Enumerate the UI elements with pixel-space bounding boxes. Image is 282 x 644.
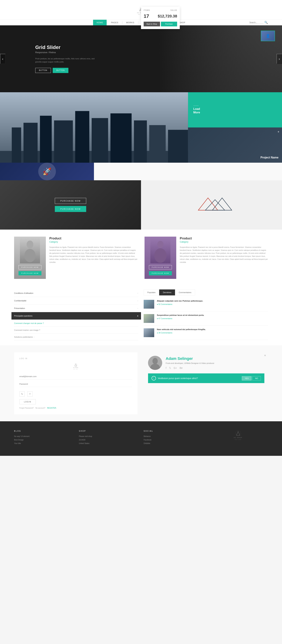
svg-text:EST. 2007: EST. 2007: [73, 369, 78, 370]
purchase-button[interactable]: Purchase: [161, 22, 177, 26]
avatar-svg: [148, 356, 162, 370]
profile-close-icon[interactable]: ✕: [264, 354, 266, 357]
product1-teal-btn[interactable]: PURCHASE NOW: [19, 271, 42, 275]
portfolio-city-item[interactable]: [0, 92, 188, 163]
tab-post-1: Suspendisse pulvinar lacus at mi element…: [144, 312, 268, 326]
google-profile-icon[interactable]: G+: [174, 366, 177, 369]
cart-dropdown: ITEMS VALUE 17 $12,720.38 Back to Shop P…: [141, 7, 180, 29]
svg-rect-8: [24, 123, 38, 163]
accordion-icon-1: ○: [137, 300, 138, 302]
footer: BLOG No way! UI element Best Design Your…: [0, 421, 282, 456]
twitter-login-btn[interactable]: 𝕏: [19, 391, 25, 397]
facebook-profile-icon[interactable]: f: [166, 366, 166, 369]
product1-title: Product: [49, 236, 137, 240]
footer-shop-link-0[interactable]: Please visit shop: [79, 435, 139, 438]
forgot-password-label: Forgot Password?: [19, 407, 34, 409]
hero-prev-button[interactable]: ‹: [0, 54, 6, 64]
portfolio-grid: LoadMore + Project Name 🚀: [0, 92, 282, 180]
product-card-1: PURCHASE NOW PURCHASE NOW Product Catego…: [14, 236, 137, 279]
notification-no-btn[interactable]: NO: [252, 376, 261, 380]
cart-quantity: 17: [144, 14, 149, 19]
accordion-label-0: Conditions d'utilisation: [14, 292, 33, 294]
accordion-tabs-section: Conditions d'utilisation ○ Confidentiali…: [0, 286, 282, 345]
product2-teal-btn[interactable]: PURCHASE NOW: [149, 271, 172, 275]
accordion-item-2[interactable]: Présentation ○: [14, 304, 138, 312]
tab-thumb-2: [144, 328, 154, 337]
portfolio-project-item[interactable]: + Project Name: [188, 128, 282, 163]
search-icon[interactable]: 🔍: [264, 21, 268, 24]
back-to-shop-button[interactable]: Back to Shop: [144, 22, 160, 26]
portfolio-load-more-item[interactable]: LoadMore: [188, 92, 282, 128]
accordion-sub-item-1[interactable]: Comment insérer une image ?: [14, 326, 138, 334]
tab-thumb-1: [144, 314, 154, 323]
nav-pages[interactable]: Pages: [107, 20, 122, 25]
portfolio-rocket-item[interactable]: 🚀: [0, 163, 94, 180]
tab-dernieres[interactable]: Dernières: [159, 290, 175, 296]
mountain-logo-svg: [185, 194, 238, 216]
accordion-item-3[interactable]: Principales questions ●: [12, 312, 141, 320]
accordion-sub-item-0[interactable]: Comment changer mot de passe ?: [14, 320, 138, 326]
footer-shop-link-2[interactable]: United States: [79, 442, 139, 445]
cart-value-label: VALUE: [170, 9, 177, 11]
footer-blog-link-2[interactable]: Your title: [14, 442, 74, 445]
notification-yes-btn[interactable]: YES: [242, 376, 251, 380]
email-input[interactable]: [19, 374, 132, 380]
notification-text: ! Vestibulum purus quam scelerisque ultr…: [152, 376, 198, 380]
behance-profile-icon[interactable]: Be: [180, 366, 183, 369]
notification-icon: !: [152, 376, 156, 380]
accordion-sub-icon-2: ○: [34, 336, 35, 338]
accordion-item-0[interactable]: Conditions d'utilisation ○: [14, 290, 138, 297]
accordion-item-1[interactable]: Confidentialité ○: [14, 297, 138, 304]
product1-description: Suspendisse eu ligula. Praesent nec nisl…: [49, 246, 137, 264]
svg-point-25: [154, 248, 167, 263]
svg-rect-9: [40, 116, 52, 163]
accordion-sub-item-2[interactable]: Solutions publicitaires ○: [14, 334, 138, 340]
footer-social-link-0[interactable]: Behance: [144, 435, 203, 438]
accordion-sub-label-1: Comment insérer une image ?: [14, 329, 40, 331]
purchase-dark-panel: PURCHASE NOW PURCHASE NOW: [0, 180, 141, 230]
city-skyline-svg: [0, 92, 188, 163]
rocket-circle: 🚀: [38, 163, 56, 180]
footer-social-link-1[interactable]: Facebook: [144, 438, 203, 442]
header: K2 SHOP EST. 2007 Home | Pages | Works |…: [0, 0, 282, 25]
hero-btn2[interactable]: BUTTON: [53, 68, 68, 73]
tabs-content: Aliquam vulputate sem nec Pulvinar pelle…: [144, 296, 268, 342]
svg-point-24: [157, 241, 163, 248]
tab-post-2: Nam vehicula nisl euismod dui pellentesq…: [144, 326, 268, 340]
register-link[interactable]: REGISTER.: [47, 407, 57, 409]
twitter-profile-icon[interactable]: 𝕏: [169, 366, 171, 369]
nav-home[interactable]: Home: [93, 20, 107, 25]
facebook-login-btn[interactable]: f: [27, 391, 33, 397]
footer-shop-title: SHOP: [79, 430, 139, 432]
login-title: LOG IN: [19, 358, 132, 360]
footer-social-link-2[interactable]: Dribbble: [144, 442, 203, 445]
footer-blog-link-0[interactable]: No way! UI element: [14, 435, 74, 438]
purchase-now-teal-btn[interactable]: PURCHASE NOW: [55, 206, 86, 212]
cart-items-label: ITEMS: [144, 9, 150, 11]
hero-next-button[interactable]: ›: [276, 54, 282, 64]
svg-marker-34: [236, 432, 240, 436]
notification-bar: ! Vestibulum purus quam scelerisque ultr…: [148, 374, 264, 383]
hero-btn1[interactable]: BUTTON: [35, 68, 51, 73]
accordion-label-2: Présentation: [14, 307, 25, 309]
load-more-text: LoadMore: [193, 107, 200, 114]
tab-populaire[interactable]: Populaire: [144, 290, 159, 296]
password-input[interactable]: [19, 381, 132, 387]
login-button[interactable]: LOGIN: [19, 399, 36, 404]
product1-outline-btn[interactable]: PURCHASE NOW: [19, 265, 42, 269]
product2-outline-btn[interactable]: PURCHASE NOW: [149, 265, 172, 269]
search-input[interactable]: [249, 21, 263, 24]
product2-category: Category: [180, 241, 268, 243]
footer-blog-link-1[interactable]: Best Design: [14, 438, 74, 442]
footer-shop-link-1[interactable]: 23-8430: [79, 438, 139, 442]
nav-works[interactable]: Works: [123, 20, 138, 25]
project-name: Project Name: [260, 156, 278, 159]
hero-thumbnail: 👤: [261, 31, 275, 41]
tab-commentaires[interactable]: Commentaires: [175, 290, 195, 296]
svg-rect-15: [149, 125, 166, 163]
purchase-now-outline-btn[interactable]: PURCHASE NOW: [55, 198, 86, 204]
profile-role: Front-end developer, UI/Web Designer & V…: [166, 362, 214, 365]
svg-marker-18: [205, 200, 225, 210]
no-account-label: No account?: [36, 407, 45, 409]
tab-post-0: Aliquam vulputate sem nec Pulvinar pelle…: [144, 297, 268, 312]
